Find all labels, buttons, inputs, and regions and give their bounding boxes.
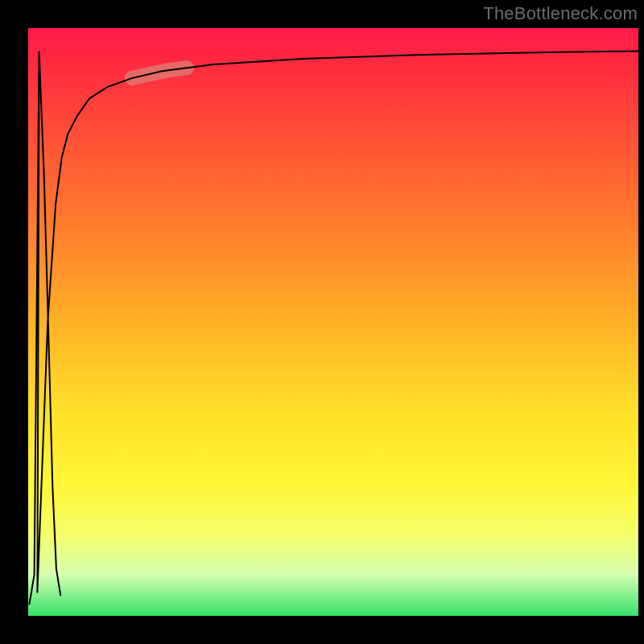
chart-frame: TheBottleneck.com <box>0 0 644 644</box>
bottleneck-curve <box>30 52 639 605</box>
watermark-text: TheBottleneck.com <box>483 3 638 24</box>
plot-area <box>28 28 638 616</box>
chart-svg <box>28 28 638 616</box>
